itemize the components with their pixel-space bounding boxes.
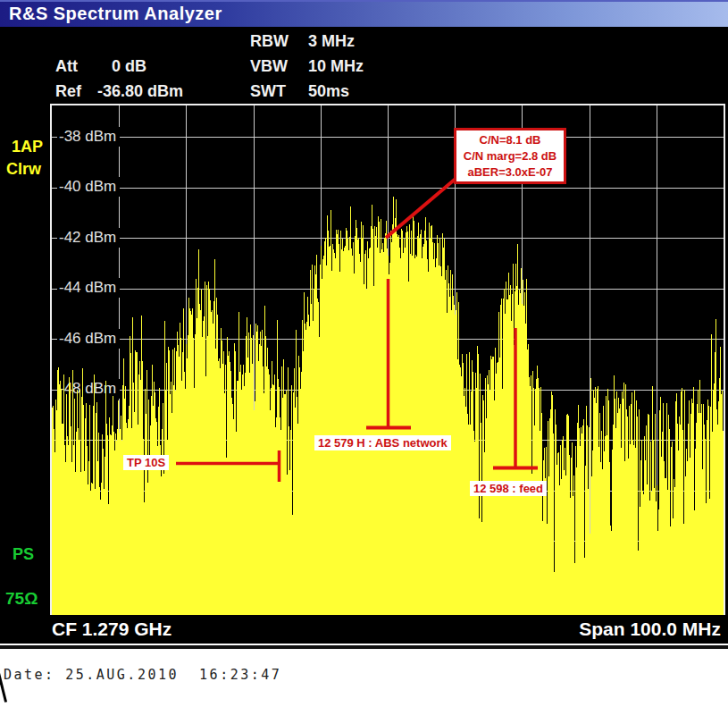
trace-number-label: 1AP: [12, 138, 43, 156]
cn-callout-line: [386, 179, 456, 238]
swt-readout: SWT 50ms: [250, 82, 349, 101]
swt-label: SWT: [250, 82, 304, 101]
screenshot-page: R&S Spectrum Analyzer RBW 3 MHz Att 0 dB…: [0, 0, 728, 707]
plot-area: -38 dBm -40 dBm -42 dBm -44 dBm -46 dBm …: [52, 105, 724, 615]
att-value: 0 dB: [112, 57, 146, 75]
rbw-readout: RBW 3 MHz: [250, 32, 355, 51]
att-readout: Att 0 dB: [55, 57, 146, 76]
marker-lines: [52, 105, 724, 615]
span-readout: Span 100.0 MHz: [579, 619, 721, 640]
center-frequency: CF 1.279 GHz: [52, 619, 172, 640]
tp-label: TP 10S: [123, 455, 169, 470]
rbw-value: 3 MHz: [308, 32, 355, 50]
aber-value: aBER=3.0xE-07: [456, 164, 564, 181]
ps-label: PS: [13, 545, 34, 564]
swt-value: 50ms: [308, 82, 349, 100]
att-label: Att: [55, 57, 107, 76]
ref-label: Ref: [55, 82, 93, 101]
cn-measurement-box: C/N=8.1 dB C/N marg=2.8 dB aBER=3.0xE-07: [454, 128, 566, 184]
ref-readout: Ref -36.80 dBm: [55, 82, 183, 101]
feed-label: 12 598 : feed: [470, 481, 547, 496]
vbw-value: 10 MHz: [308, 57, 364, 75]
cn-margin-value: C/N marg=2.8 dB: [456, 148, 564, 164]
vbw-readout: VBW 10 MHz: [250, 57, 364, 76]
frequency-bar: CF 1.279 GHz Span 100.0 MHz: [0, 617, 728, 644]
separator-line: [0, 645, 728, 649]
rbw-label: RBW: [250, 32, 304, 51]
graticule: -38 dBm -40 dBm -42 dBm -44 dBm -46 dBm …: [50, 104, 725, 615]
trace-mode-label: Clrw: [6, 160, 41, 179]
date-stamp: Date: 25.AUG.2010 16:23:47: [4, 667, 281, 683]
title-bar: R&S Spectrum Analyzer: [0, 0, 728, 27]
analyzer-screen: R&S Spectrum Analyzer RBW 3 MHz Att 0 dB…: [0, 0, 728, 644]
vbw-label: VBW: [250, 57, 304, 76]
abs-network-label: 12 579 H : ABS network: [314, 435, 451, 450]
impedance-label: 75Ω: [5, 589, 38, 609]
window-title: R&S Spectrum Analyzer: [9, 4, 222, 24]
cn-value: C/N=8.1 dB: [456, 132, 564, 148]
ref-value: -36.80 dBm: [97, 82, 183, 100]
